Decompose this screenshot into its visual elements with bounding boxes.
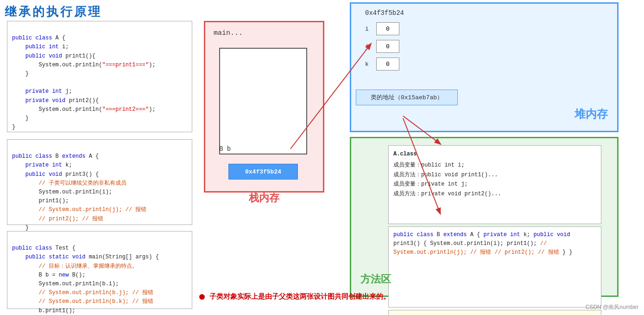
- heap-address-title: 0x4f3f5b24: [365, 9, 404, 17]
- stack-b-label: B b: [219, 145, 231, 153]
- heap-field-i-value: 0: [376, 22, 399, 35]
- heap-class-address: 类的地址（0x15aeb7ab）: [356, 90, 458, 105]
- heap-field-i-label: i: [365, 26, 373, 32]
- aclass-line1: 成员变量：public int i;: [393, 161, 596, 170]
- note-text: 子类对象实际上是由子父类这两张设计图共同创建出来的。: [209, 292, 390, 300]
- note-bullet: [199, 294, 205, 300]
- code-box-a: public class A { public int i; public vo…: [7, 21, 192, 132]
- heap-fields: i 0 j 0 k 0: [365, 22, 399, 75]
- aclass-box: A.class 成员变量：public int i; 成员方法：public v…: [388, 145, 601, 224]
- bottom-note: 子类对象实际上是由子父类这两张设计图共同创建出来的。: [199, 292, 390, 301]
- watermark: CSDN @南风number: [586, 303, 638, 311]
- code-box-b: public class B extends A { private int k…: [7, 139, 192, 225]
- stack-address: 0x4f3f5b24: [228, 164, 298, 180]
- heap-field-k: k 0: [365, 58, 399, 71]
- aclass-line2: 成员方法：public void print1()...: [393, 170, 596, 180]
- heap-field-k-label: k: [365, 61, 373, 68]
- page-title: 继承的执行原理: [5, 4, 102, 20]
- stack-label: 栈内存: [249, 191, 279, 205]
- bclass-box: public class B extends A { private int k…: [388, 226, 601, 308]
- heap-memory: 0x4f3f5b24 i 0 j 0 k 0 类的地址（0x15aeb7ab） …: [350, 2, 619, 132]
- aclass-line4: 成员方法：private void print2()...: [393, 189, 596, 199]
- heap-field-j-label: j: [365, 43, 373, 50]
- aclass-line3: 成员变量：private int j;: [393, 180, 596, 189]
- stack-memory: main... B b 0x4f3f5b24 栈内存: [204, 21, 324, 193]
- method-area: A.class 成员变量：public int i; 成员方法：public v…: [350, 137, 619, 297]
- heap-field-i: i 0: [365, 22, 399, 35]
- aclass-title: A.class: [393, 149, 596, 159]
- heap-label: 堆内存: [575, 107, 608, 122]
- heap-field-k-value: 0: [376, 58, 399, 71]
- testclass-box: Test.class main方法: [388, 310, 601, 315]
- stack-main-text: main...: [214, 29, 243, 37]
- heap-field-j: j 0: [365, 40, 399, 53]
- stack-inner-box: [219, 48, 307, 154]
- method-label: 方法区: [360, 272, 391, 286]
- heap-field-j-value: 0: [376, 40, 399, 53]
- code-box-test: public class Test { public static void m…: [7, 231, 192, 309]
